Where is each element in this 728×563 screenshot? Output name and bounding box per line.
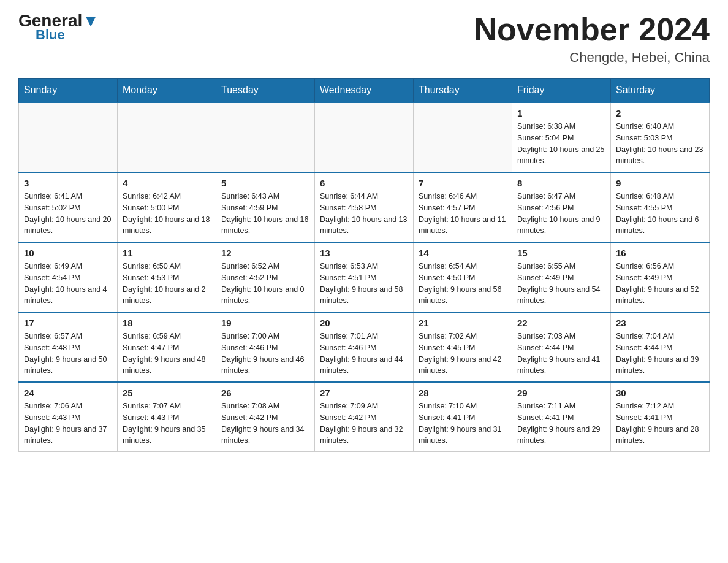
weekday-header-thursday: Thursday <box>414 79 512 103</box>
day-info: Sunrise: 6:54 AMSunset: 4:50 PMDaylight:… <box>419 261 507 307</box>
calendar-cell: 14Sunrise: 6:54 AMSunset: 4:50 PMDayligh… <box>414 242 512 312</box>
day-info: Sunrise: 7:00 AMSunset: 4:46 PMDaylight:… <box>221 331 309 377</box>
calendar-cell <box>315 102 414 172</box>
day-number: 19 <box>221 318 309 328</box>
day-info: Sunrise: 6:44 AMSunset: 4:58 PMDaylight:… <box>320 191 408 237</box>
day-number: 24 <box>24 388 112 398</box>
day-info: Sunrise: 6:55 AMSunset: 4:49 PMDaylight:… <box>517 261 605 307</box>
day-number: 25 <box>123 388 211 398</box>
calendar-week-row-1: 1Sunrise: 6:38 AMSunset: 5:04 PMDaylight… <box>19 102 710 172</box>
day-number: 30 <box>616 388 704 398</box>
day-info: Sunrise: 6:53 AMSunset: 4:51 PMDaylight:… <box>320 261 408 307</box>
calendar-cell: 23Sunrise: 7:04 AMSunset: 4:44 PMDayligh… <box>611 312 710 382</box>
day-number: 4 <box>123 178 211 188</box>
calendar-cell: 13Sunrise: 6:53 AMSunset: 4:51 PMDayligh… <box>315 242 414 312</box>
calendar-cell <box>118 102 216 172</box>
day-number: 17 <box>24 318 112 328</box>
calendar-cell: 12Sunrise: 6:52 AMSunset: 4:52 PMDayligh… <box>216 242 315 312</box>
day-number: 13 <box>320 248 408 258</box>
calendar-week-row-2: 3Sunrise: 6:41 AMSunset: 5:02 PMDaylight… <box>19 172 710 242</box>
calendar-cell: 6Sunrise: 6:44 AMSunset: 4:58 PMDaylight… <box>315 172 414 242</box>
day-info: Sunrise: 6:46 AMSunset: 4:57 PMDaylight:… <box>419 191 507 237</box>
calendar-cell: 15Sunrise: 6:55 AMSunset: 4:49 PMDayligh… <box>512 242 611 312</box>
day-number: 22 <box>517 318 605 328</box>
calendar-table: SundayMondayTuesdayWednesdayThursdayFrid… <box>18 78 710 452</box>
logo-triangle-icon: ▼ <box>82 11 99 30</box>
day-info: Sunrise: 6:52 AMSunset: 4:52 PMDaylight:… <box>221 261 309 307</box>
calendar-cell: 2Sunrise: 6:40 AMSunset: 5:03 PMDaylight… <box>611 102 710 172</box>
calendar-cell: 1Sunrise: 6:38 AMSunset: 5:04 PMDaylight… <box>512 102 611 172</box>
day-number: 1 <box>517 108 605 118</box>
calendar-cell: 8Sunrise: 6:47 AMSunset: 4:56 PMDaylight… <box>512 172 611 242</box>
day-info: Sunrise: 7:09 AMSunset: 4:42 PMDaylight:… <box>320 400 408 446</box>
day-number: 10 <box>24 248 112 258</box>
day-info: Sunrise: 7:11 AMSunset: 4:41 PMDaylight:… <box>517 400 605 446</box>
calendar-week-row-3: 10Sunrise: 6:49 AMSunset: 4:54 PMDayligh… <box>19 242 710 312</box>
day-number: 29 <box>517 388 605 398</box>
location-subtitle: Chengde, Hebei, China <box>474 50 710 66</box>
calendar-cell: 30Sunrise: 7:12 AMSunset: 4:41 PMDayligh… <box>611 382 710 452</box>
calendar-cell: 7Sunrise: 6:46 AMSunset: 4:57 PMDaylight… <box>414 172 512 242</box>
calendar-cell: 28Sunrise: 7:10 AMSunset: 4:41 PMDayligh… <box>414 382 512 452</box>
calendar-cell: 19Sunrise: 7:00 AMSunset: 4:46 PMDayligh… <box>216 312 315 382</box>
day-number: 6 <box>320 178 408 188</box>
day-number: 27 <box>320 388 408 398</box>
logo-blue-text: Blue <box>36 27 65 43</box>
day-number: 2 <box>616 108 704 118</box>
weekday-header-saturday: Saturday <box>611 79 710 103</box>
calendar-cell: 27Sunrise: 7:09 AMSunset: 4:42 PMDayligh… <box>315 382 414 452</box>
calendar-cell: 26Sunrise: 7:08 AMSunset: 4:42 PMDayligh… <box>216 382 315 452</box>
calendar-cell: 9Sunrise: 6:48 AMSunset: 4:55 PMDaylight… <box>611 172 710 242</box>
day-info: Sunrise: 6:57 AMSunset: 4:48 PMDaylight:… <box>24 331 112 377</box>
day-number: 12 <box>221 248 309 258</box>
day-number: 26 <box>221 388 309 398</box>
day-info: Sunrise: 6:49 AMSunset: 4:54 PMDaylight:… <box>24 261 112 307</box>
day-info: Sunrise: 6:43 AMSunset: 4:59 PMDaylight:… <box>221 191 309 237</box>
weekday-header-friday: Friday <box>512 79 611 103</box>
day-number: 21 <box>419 318 507 328</box>
day-number: 5 <box>221 178 309 188</box>
day-info: Sunrise: 6:56 AMSunset: 4:49 PMDaylight:… <box>616 261 704 307</box>
day-info: Sunrise: 6:40 AMSunset: 5:03 PMDaylight:… <box>616 121 704 167</box>
day-number: 23 <box>616 318 704 328</box>
day-info: Sunrise: 6:42 AMSunset: 5:00 PMDaylight:… <box>123 191 211 237</box>
weekday-header-sunday: Sunday <box>19 79 118 103</box>
day-info: Sunrise: 7:01 AMSunset: 4:46 PMDaylight:… <box>320 331 408 377</box>
day-info: Sunrise: 6:38 AMSunset: 5:04 PMDaylight:… <box>517 121 605 167</box>
title-block: November 2024 Chengde, Hebei, China <box>474 12 710 66</box>
day-info: Sunrise: 7:08 AMSunset: 4:42 PMDaylight:… <box>221 400 309 446</box>
day-number: 8 <box>517 178 605 188</box>
day-info: Sunrise: 7:12 AMSunset: 4:41 PMDaylight:… <box>616 400 704 446</box>
calendar-cell <box>414 102 512 172</box>
day-info: Sunrise: 6:47 AMSunset: 4:56 PMDaylight:… <box>517 191 605 237</box>
day-info: Sunrise: 6:59 AMSunset: 4:47 PMDaylight:… <box>123 331 211 377</box>
day-info: Sunrise: 6:50 AMSunset: 4:53 PMDaylight:… <box>123 261 211 307</box>
calendar-cell: 4Sunrise: 6:42 AMSunset: 5:00 PMDaylight… <box>118 172 216 242</box>
weekday-header-wednesday: Wednesday <box>315 79 414 103</box>
day-number: 9 <box>616 178 704 188</box>
calendar-cell: 11Sunrise: 6:50 AMSunset: 4:53 PMDayligh… <box>118 242 216 312</box>
calendar-cell: 20Sunrise: 7:01 AMSunset: 4:46 PMDayligh… <box>315 312 414 382</box>
day-number: 7 <box>419 178 507 188</box>
calendar-cell <box>216 102 315 172</box>
calendar-cell: 18Sunrise: 6:59 AMSunset: 4:47 PMDayligh… <box>118 312 216 382</box>
page-header: General▼ Blue November 2024 Chengde, Heb… <box>18 12 710 66</box>
calendar-cell: 10Sunrise: 6:49 AMSunset: 4:54 PMDayligh… <box>19 242 118 312</box>
calendar-cell: 16Sunrise: 6:56 AMSunset: 4:49 PMDayligh… <box>611 242 710 312</box>
day-info: Sunrise: 7:02 AMSunset: 4:45 PMDaylight:… <box>419 331 507 377</box>
calendar-cell: 21Sunrise: 7:02 AMSunset: 4:45 PMDayligh… <box>414 312 512 382</box>
calendar-cell <box>19 102 118 172</box>
day-info: Sunrise: 7:03 AMSunset: 4:44 PMDaylight:… <box>517 331 605 377</box>
day-info: Sunrise: 6:48 AMSunset: 4:55 PMDaylight:… <box>616 191 704 237</box>
calendar-cell: 5Sunrise: 6:43 AMSunset: 4:59 PMDaylight… <box>216 172 315 242</box>
weekday-header-row: SundayMondayTuesdayWednesdayThursdayFrid… <box>19 79 710 103</box>
day-number: 15 <box>517 248 605 258</box>
day-number: 20 <box>320 318 408 328</box>
calendar-cell: 24Sunrise: 7:06 AMSunset: 4:43 PMDayligh… <box>19 382 118 452</box>
day-info: Sunrise: 7:10 AMSunset: 4:41 PMDaylight:… <box>419 400 507 446</box>
logo: General▼ Blue <box>18 12 99 43</box>
day-number: 11 <box>123 248 211 258</box>
calendar-cell: 17Sunrise: 6:57 AMSunset: 4:48 PMDayligh… <box>19 312 118 382</box>
calendar-week-row-4: 17Sunrise: 6:57 AMSunset: 4:48 PMDayligh… <box>19 312 710 382</box>
calendar-cell: 3Sunrise: 6:41 AMSunset: 5:02 PMDaylight… <box>19 172 118 242</box>
